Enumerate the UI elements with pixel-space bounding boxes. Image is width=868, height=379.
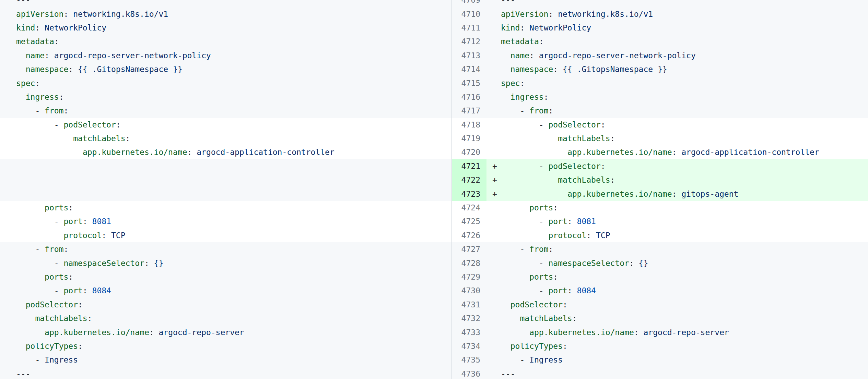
code-line: name: argocd-repo-server-network-policy — [0, 51, 211, 60]
code-token — [501, 148, 567, 157]
diff-row-new: 4718 - podSelector: — [452, 118, 868, 132]
code-token: : — [520, 23, 529, 32]
line-number[interactable]: 4717 — [452, 104, 486, 118]
code-token — [16, 148, 83, 157]
diff-row-new: 4723+ app.kubernetes.io/name: gitops-age… — [452, 187, 868, 200]
code-token: app.kubernetes.io/name — [45, 328, 149, 337]
code-token: : — [548, 10, 558, 19]
line-number[interactable]: 4709 — [452, 0, 486, 7]
diff-row-new: 4719 matchLabels: — [452, 132, 868, 145]
line-number[interactable]: 4715 — [452, 76, 486, 90]
line-number[interactable]: 4718 — [452, 118, 486, 132]
line-number[interactable]: 4734 — [452, 339, 486, 353]
code-cell: - from: — [486, 104, 868, 118]
code-cell: - port: 8081 — [486, 215, 868, 228]
code-cell: + - podSelector: — [486, 159, 868, 173]
added-line-marker: + — [492, 190, 497, 198]
code-token — [16, 342, 26, 351]
code-token: - — [501, 120, 548, 129]
code-line: matchLabels: — [0, 134, 130, 143]
code-token: : — [520, 79, 525, 88]
line-number[interactable]: 4728 — [452, 256, 486, 270]
code-token — [16, 272, 45, 281]
code-token: {{ .GitopsNamespace }} — [563, 65, 667, 74]
line-number[interactable]: 4726 — [452, 229, 486, 242]
code-token: spec — [16, 79, 35, 88]
code-token: podSelector — [63, 120, 116, 129]
code-token: : — [610, 175, 615, 184]
code-token: - — [501, 259, 548, 268]
diff-row-new: 4728 - namespaceSelector: {} — [452, 256, 868, 270]
line-number[interactable]: 4722 — [452, 173, 486, 187]
diff-row-new: 4717 - from: — [452, 104, 868, 118]
code-line: - port: 8081 — [0, 217, 111, 226]
diff-row-new: 4716 ingress: — [452, 90, 868, 104]
line-number[interactable]: 4721 — [452, 159, 486, 173]
code-line: ports: — [486, 272, 558, 281]
code-token — [501, 203, 529, 212]
line-number[interactable]: 4711 — [452, 21, 486, 35]
code-token: : — [116, 120, 121, 129]
code-token: ports — [45, 272, 68, 281]
code-token — [501, 93, 511, 101]
code-token: app.kubernetes.io/name — [567, 190, 672, 198]
code-token: - — [16, 355, 45, 364]
diff-row-old: kind: NetworkPolicy — [0, 21, 451, 35]
line-number[interactable]: 4730 — [452, 284, 486, 297]
code-cell: name: argocd-repo-server-network-policy — [486, 49, 868, 62]
code-token: : — [68, 203, 73, 212]
code-token: apiVersion — [16, 10, 63, 19]
line-number[interactable]: 4736 — [452, 367, 486, 379]
line-number[interactable]: 4712 — [452, 35, 486, 48]
line-number[interactable]: 4729 — [452, 270, 486, 284]
code-line: app.kubernetes.io/name: gitops-agent — [486, 190, 738, 198]
line-number[interactable]: 4720 — [452, 145, 486, 159]
line-number[interactable]: 4727 — [452, 242, 486, 256]
code-token: from — [529, 245, 548, 254]
code-token: : — [45, 51, 54, 60]
code-token — [501, 175, 558, 184]
code-line: namespace: {{ .GitopsNamespace }} — [0, 65, 183, 74]
line-number[interactable]: 4716 — [452, 90, 486, 104]
code-token: metadata — [16, 37, 54, 46]
line-number[interactable]: 4724 — [452, 201, 486, 215]
code-token: Ingress — [529, 355, 563, 364]
line-number[interactable]: 4732 — [452, 311, 486, 325]
diff-pane-new: 4709---4710apiVersion: networking.k8s.io… — [451, 0, 868, 379]
code-token: : — [634, 328, 644, 337]
line-number[interactable]: 4713 — [452, 49, 486, 62]
code-token: argocd-application-controller — [681, 148, 819, 157]
code-token: from — [45, 245, 63, 254]
code-cell: --- — [486, 0, 868, 7]
code-token — [16, 231, 63, 240]
split-diff-view[interactable]: ---apiVersion: networking.k8s.io/v1kind:… — [0, 0, 868, 379]
diff-new-rows: 4709---4710apiVersion: networking.k8s.io… — [452, 0, 868, 379]
diff-row-new: 4726 protocol: TCP — [452, 229, 868, 242]
code-line: ports: — [0, 272, 73, 281]
line-number[interactable]: 4719 — [452, 132, 486, 145]
code-token: --- — [501, 0, 515, 4]
code-line: ports: — [486, 203, 558, 212]
code-token: namespace — [511, 65, 553, 74]
code-token: {} — [154, 259, 164, 268]
code-token: kind — [16, 23, 35, 32]
code-line: - port: 8084 — [486, 286, 596, 295]
code-token: 8084 — [92, 286, 111, 295]
line-number[interactable]: 4731 — [452, 298, 486, 311]
line-number[interactable]: 4735 — [452, 353, 486, 367]
code-token: from — [529, 106, 548, 115]
code-cell: matchLabels: — [486, 311, 868, 325]
code-cell: apiVersion: networking.k8s.io/v1 — [486, 7, 868, 21]
code-token — [16, 51, 26, 60]
code-cell: kind: NetworkPolicy — [486, 21, 868, 35]
line-number[interactable]: 4714 — [452, 62, 486, 76]
code-token: : — [567, 217, 577, 226]
line-number[interactable]: 4725 — [452, 215, 486, 228]
code-token — [16, 300, 26, 309]
line-number[interactable]: 4723 — [452, 187, 486, 200]
line-number[interactable]: 4710 — [452, 7, 486, 21]
line-number[interactable]: 4733 — [452, 325, 486, 339]
code-line: matchLabels: — [0, 314, 92, 323]
code-cell: --- — [486, 367, 868, 379]
code-token: Ingress — [45, 355, 78, 364]
